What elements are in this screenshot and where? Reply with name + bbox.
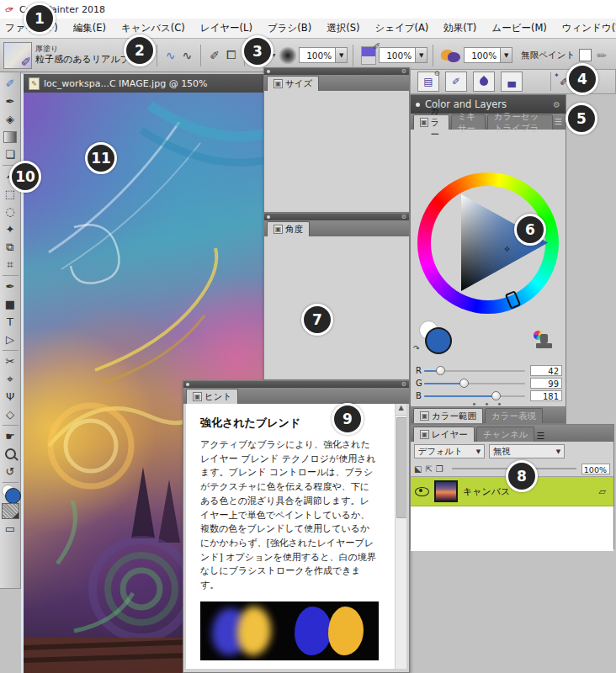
channel-slider[interactable] (424, 366, 525, 375)
gear-icon[interactable]: ⚙ (401, 70, 406, 73)
visibility-eye-icon[interactable] (415, 487, 429, 496)
add-point-tool[interactable]: Ψ (2, 388, 19, 405)
channel-value[interactable]: 99 (530, 378, 562, 389)
panel-box-icon[interactable]: ▣ (273, 79, 283, 88)
eraser-icon[interactable]: ✏ (597, 49, 607, 62)
water-drop-icon[interactable] (473, 72, 495, 92)
composite-method-dropdown[interactable]: デフォルト▼ (414, 444, 485, 458)
panel-box-icon[interactable]: ▣ (420, 411, 429, 421)
scroll-up-icon[interactable]: ▲ (396, 404, 406, 416)
tab-angle[interactable]: ▣角度 (267, 221, 310, 236)
magic-wand-tool[interactable]: ✦ (2, 220, 19, 238)
crop-tool[interactable]: ⌗ (2, 256, 19, 273)
gear-icon[interactable]: ⚙ (401, 383, 406, 386)
menu-item-5[interactable]: 選択(S) (327, 22, 359, 34)
pen-tool[interactable]: ✒ (2, 278, 19, 295)
channel-slider[interactable] (424, 379, 525, 388)
tab-size[interactable]: ▣サイズ (267, 76, 319, 91)
dry-brush-icon[interactable]: ✐ (445, 72, 467, 92)
panel-drag-bar[interactable]: ⚙ (183, 381, 409, 388)
scroll-thumb[interactable] (396, 417, 406, 518)
size-combo-arrow[interactable]: ▼ (335, 48, 347, 62)
size-combo[interactable]: 100% ▼ (299, 47, 348, 63)
remove-point-tool[interactable]: ◇ (2, 405, 19, 423)
hint-scrollbar[interactable]: ▲ (395, 404, 406, 669)
screen-mode-toggle[interactable]: ▭ (2, 520, 19, 538)
layer-opacity-value[interactable]: 100% (581, 464, 610, 474)
loaded-brush-icon[interactable]: ▄ (501, 72, 523, 92)
opacity-combo[interactable]: 100% ▼ (379, 47, 427, 63)
menu-item-3[interactable]: レイヤー(L) (200, 22, 252, 34)
blend-combo-arrow[interactable]: ▼ (500, 48, 512, 62)
menu-item-7[interactable]: 効果(T) (443, 22, 476, 34)
color-swatches[interactable]: ↷ (416, 321, 466, 359)
panel-menu-icon[interactable]: ☰ (536, 431, 544, 442)
zoom-tool[interactable] (2, 445, 19, 463)
text-tool[interactable]: T (2, 313, 19, 331)
menu-item-6[interactable]: シェイプ(A) (374, 22, 428, 34)
panel-menu-icon[interactable]: ☰ (555, 117, 562, 126)
scissors-tool[interactable]: ✂ (2, 352, 19, 370)
color-marker-icon[interactable]: ✧ (503, 244, 511, 255)
freehand-stroke-icon[interactable]: ∿ (166, 49, 176, 62)
color-tab-0[interactable]: ▣カラー (413, 114, 449, 130)
rotate-page-tool[interactable]: ↺ (2, 463, 19, 480)
brush-tool[interactable]: ✐ (2, 75, 19, 93)
menu-item-8[interactable]: ムービー(M) (491, 22, 546, 34)
canvas-title-bar[interactable]: ✎ loc_workspa...C IMAGE.jpg @ 150% (24, 74, 266, 93)
dropper-tool[interactable]: ✒ (2, 93, 19, 110)
channel-slider[interactable] (424, 391, 525, 400)
panel-drag-bar[interactable]: ⚙ (264, 68, 409, 75)
composite-depth-dropdown[interactable]: 無視▼ (489, 444, 565, 458)
paint-bucket-tool[interactable]: ◈ (2, 110, 19, 128)
lasso-tool[interactable]: ◌ (2, 203, 19, 220)
straight-stroke-icon[interactable]: ∿ (182, 49, 192, 62)
transform-tool[interactable]: ⧉ (2, 238, 19, 256)
menu-item-4[interactable]: ブラシ(B) (268, 22, 311, 34)
group-layers-icon[interactable]: ❐ (436, 464, 443, 474)
panel-box-icon[interactable]: ▣ (273, 225, 283, 234)
opacity-combo-arrow[interactable]: ▼ (415, 48, 427, 62)
layers-tab-1[interactable]: チャンネル (476, 427, 535, 442)
swap-colors-icon[interactable]: ↷ (413, 344, 420, 352)
channel-value[interactable]: 42 (530, 365, 562, 376)
point-tool[interactable]: ⌖ (2, 370, 19, 388)
hue-selector[interactable] (505, 290, 521, 310)
pickup-underlying-icon[interactable]: ⇱ (425, 464, 432, 474)
brush-selector-preview[interactable]: ✐ (3, 42, 32, 69)
brush-selector-labels[interactable]: 厚塗り 粒子感のあるリアルブリス... (35, 45, 135, 66)
tab-hint[interactable]: ▣ヒント (186, 389, 238, 404)
photo-settings-icon[interactable]: ▤⚙ (417, 72, 439, 92)
color-range-tab-1[interactable]: カラー表現 (485, 408, 543, 423)
menu-item-1[interactable]: 編集(E) (73, 22, 106, 34)
rect-shape-tool[interactable]: ■ (2, 295, 19, 313)
hand-tool[interactable]: ☛ (2, 427, 19, 445)
panel-box-icon[interactable]: ▣ (420, 430, 429, 439)
gear-icon[interactable]: ⚙ (553, 100, 560, 109)
paper-selector-icon[interactable]: ⧠ (226, 48, 236, 62)
layer-lock-icon[interactable]: ▱ (599, 486, 606, 497)
color-swatches[interactable] (2, 485, 19, 502)
color-set-stamp-icon[interactable] (534, 331, 554, 352)
preserve-transparency-icon[interactable]: ⬕ (414, 464, 422, 474)
menu-item-9[interactable]: ウィンドウ(W) (562, 22, 616, 34)
panel-drag-bar[interactable]: ⚙ (264, 214, 409, 220)
dab-profile-preview[interactable] (279, 46, 297, 65)
menu-item-2[interactable]: キャンバス(C) (121, 22, 185, 34)
infinite-paint-checkbox[interactable] (579, 49, 592, 61)
gear-icon[interactable]: ⚙ (401, 215, 406, 219)
color-tab-2[interactable]: カラーセットライブラ (487, 114, 553, 130)
clone-color-icon[interactable]: ✐ (210, 49, 220, 62)
gradient-tool[interactable] (2, 128, 19, 146)
color-range-tab-0[interactable]: ▣カラー範囲 (413, 408, 483, 423)
slider-knob[interactable] (491, 391, 501, 400)
panel-box-icon[interactable]: ▣ (420, 118, 428, 127)
panel-box-icon[interactable]: ▣ (193, 392, 202, 401)
color-tab-1[interactable]: ミキサー (451, 114, 486, 130)
paper-swatch[interactable] (2, 502, 19, 520)
cloner-tool[interactable]: ❏ (2, 146, 19, 163)
layer-thumbnail[interactable] (434, 480, 458, 502)
blend-combo[interactable]: 100% ▼ (464, 47, 512, 63)
slider-knob[interactable] (459, 379, 469, 388)
main-color-swatch[interactable] (425, 327, 452, 354)
